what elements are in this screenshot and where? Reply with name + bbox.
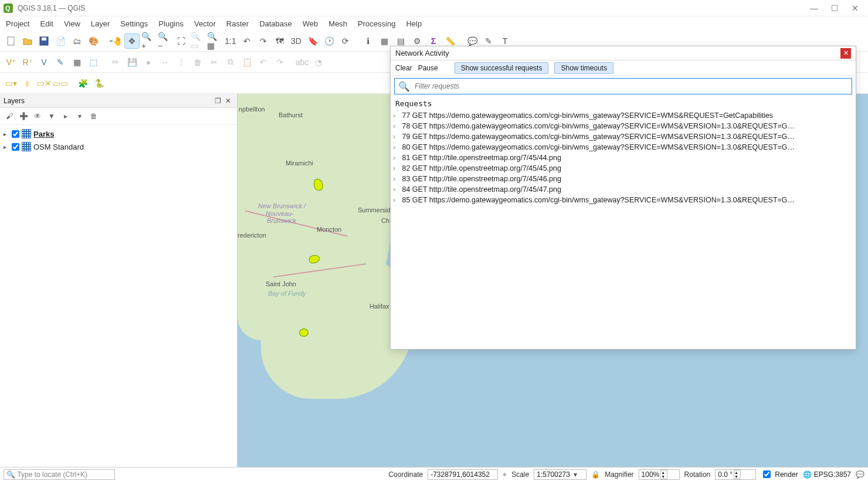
request-row[interactable]: › 78 GET https://demo.gatewaygeomatics.c… bbox=[393, 121, 853, 131]
pause-button[interactable]: Pause bbox=[418, 64, 438, 72]
diagram-icon[interactable]: ◔ bbox=[311, 55, 326, 70]
show-layout-manager-icon[interactable]: 🗂 bbox=[69, 33, 84, 49]
new-virtual-icon[interactable]: ⬚ bbox=[86, 55, 101, 70]
request-row[interactable]: › 85 GET https://demo.gatewaygeomatics.c… bbox=[393, 195, 853, 205]
visibility-icon[interactable]: 👁 bbox=[32, 110, 43, 122]
save-project-icon[interactable] bbox=[36, 33, 52, 49]
delete-selected-icon[interactable]: 🗑 bbox=[190, 55, 205, 70]
menu-view[interactable]: View bbox=[64, 19, 80, 28]
chevron-right-icon[interactable]: › bbox=[393, 131, 400, 142]
refresh-icon[interactable]: ⟳ bbox=[338, 33, 353, 49]
request-row[interactable]: › 82 GET http://tile.openstreetmap.org/7… bbox=[393, 163, 853, 174]
chevron-right-icon[interactable]: › bbox=[393, 174, 400, 184]
close-panel-icon[interactable]: ✕ bbox=[223, 97, 233, 105]
toggle-edit-icon[interactable]: ✏ bbox=[108, 55, 123, 70]
move-feature-icon[interactable]: ↔ bbox=[157, 55, 172, 70]
magnifier-field[interactable]: 100%▲▼ bbox=[639, 469, 680, 480]
render-checkbox[interactable]: Render bbox=[761, 469, 798, 480]
plugin-2-icon[interactable]: 🐍 bbox=[91, 76, 107, 91]
crs-button[interactable]: 🌐EPSG:3857 bbox=[803, 470, 851, 479]
network-close-icon[interactable]: ✕ bbox=[840, 48, 851, 59]
label-icon[interactable]: abc bbox=[294, 55, 310, 70]
node-tool-icon[interactable]: ⋮ bbox=[174, 55, 189, 70]
filter-input[interactable] bbox=[413, 82, 848, 91]
new-project-icon[interactable] bbox=[4, 33, 19, 49]
minimize-icon[interactable]: — bbox=[810, 4, 818, 13]
plugin-1-icon[interactable]: 🧩 bbox=[75, 76, 90, 91]
open-project-icon[interactable] bbox=[20, 33, 35, 49]
network-panel-header[interactable]: Network Activity ✕ bbox=[391, 46, 856, 60]
coord-field[interactable]: -7328791,6014352 bbox=[428, 469, 498, 480]
paste-icon[interactable]: 📋 bbox=[239, 55, 255, 70]
pan-to-selection-icon[interactable]: ✥ bbox=[124, 33, 140, 49]
select-feature-icon[interactable]: ▭▾ bbox=[4, 76, 19, 91]
temporal-icon[interactable]: 🕑 bbox=[321, 33, 337, 49]
menu-project[interactable]: Project bbox=[6, 19, 29, 28]
add-group-icon[interactable]: ➕ bbox=[18, 110, 29, 122]
chevron-right-icon[interactable]: › bbox=[393, 195, 400, 205]
chevron-right-icon[interactable]: ▸ bbox=[4, 131, 9, 137]
collapse-all-icon[interactable]: ▾ bbox=[74, 110, 86, 122]
messages-icon[interactable]: 💬 bbox=[856, 470, 864, 479]
chevron-right-icon[interactable]: › bbox=[393, 110, 400, 121]
chevron-right-icon[interactable]: › bbox=[393, 121, 400, 131]
chevron-right-icon[interactable]: › bbox=[393, 153, 400, 163]
filter-legend-icon[interactable]: ▼ bbox=[46, 110, 57, 122]
rotation-field[interactable]: 0.0 °▲▼ bbox=[715, 469, 756, 480]
select-all-icon[interactable]: ▭▭ bbox=[53, 76, 68, 91]
show-timeouts-toggle[interactable]: Show timeouts bbox=[554, 62, 613, 74]
maximize-icon[interactable]: ☐ bbox=[831, 4, 839, 13]
new-shapefile-icon[interactable]: V bbox=[36, 55, 52, 70]
redo-icon[interactable]: ↷ bbox=[272, 55, 287, 70]
style-manager-icon[interactable]: 🎨 bbox=[86, 33, 101, 49]
locator-input[interactable]: 🔍 Type to locate (Ctrl+K) bbox=[4, 469, 115, 480]
request-row[interactable]: › 84 GET http://tile.openstreetmap.org/7… bbox=[393, 184, 853, 195]
add-vector-icon[interactable]: V⁺ bbox=[4, 55, 19, 70]
zoom-out-icon[interactable]: 🔍− bbox=[157, 33, 172, 49]
layer-item[interactable]: ▸OSM Standard bbox=[4, 140, 233, 153]
undock-icon[interactable]: ❐ bbox=[212, 97, 223, 105]
identify-icon[interactable]: ℹ bbox=[360, 33, 375, 49]
layer-visibility-checkbox[interactable] bbox=[12, 143, 19, 151]
clear-button[interactable]: Clear bbox=[395, 64, 412, 72]
layer-item[interactable]: ▸Parks bbox=[4, 127, 233, 140]
zoom-native-icon[interactable]: 1:1 bbox=[223, 33, 238, 49]
layer-visibility-checkbox[interactable] bbox=[12, 130, 19, 138]
menu-web[interactable]: Web bbox=[303, 19, 318, 28]
chevron-right-icon[interactable]: ▸ bbox=[4, 144, 9, 150]
menu-mesh[interactable]: Mesh bbox=[328, 19, 347, 28]
new-geopackage-icon[interactable]: ▦ bbox=[69, 55, 84, 70]
scale-field[interactable]: 1:5700273 bbox=[534, 469, 586, 480]
request-row[interactable]: › 81 GET http://tile.openstreetmap.org/7… bbox=[393, 153, 853, 163]
zoom-selection-icon[interactable]: 🔍▭ bbox=[190, 33, 205, 49]
menu-raster[interactable]: Raster bbox=[226, 19, 249, 28]
menu-layer[interactable]: Layer bbox=[91, 19, 110, 28]
zoom-in-icon[interactable]: 🔍+ bbox=[141, 33, 156, 49]
new-spatialite-icon[interactable]: ✎ bbox=[53, 55, 68, 70]
menu-help[interactable]: Help bbox=[406, 19, 422, 28]
chevron-right-icon[interactable]: › bbox=[393, 142, 400, 153]
lock-icon[interactable]: 🔒 bbox=[591, 470, 600, 479]
menu-settings[interactable]: Settings bbox=[120, 19, 148, 28]
new-3d-view-icon[interactable]: 3D bbox=[289, 33, 304, 49]
menu-processing[interactable]: Processing bbox=[358, 19, 395, 28]
undo-icon[interactable]: ↶ bbox=[256, 55, 271, 70]
chevron-right-icon[interactable]: › bbox=[393, 184, 400, 195]
request-row[interactable]: › 80 GET https://demo.gatewaygeomatics.c… bbox=[393, 142, 853, 153]
save-edits-icon[interactable]: 💾 bbox=[124, 55, 140, 70]
cut-icon[interactable]: ✂ bbox=[206, 55, 222, 70]
zoom-layer-icon[interactable]: 🔍▦ bbox=[206, 33, 222, 49]
pan-icon[interactable]: 🤚 bbox=[108, 33, 123, 49]
add-feature-icon[interactable]: ● bbox=[141, 55, 156, 70]
close-icon[interactable]: ✕ bbox=[852, 4, 859, 13]
request-row[interactable]: › 83 GET http://tile.openstreetmap.org/7… bbox=[393, 174, 853, 184]
show-successful-toggle[interactable]: Show successful requests bbox=[455, 62, 549, 74]
chevron-right-icon[interactable]: › bbox=[393, 163, 400, 174]
copy-icon[interactable]: ⧉ bbox=[223, 55, 238, 70]
new-print-layout-icon[interactable]: 📄 bbox=[53, 33, 68, 49]
new-map-view-icon[interactable]: 🗺 bbox=[272, 33, 287, 49]
menu-plugins[interactable]: Plugins bbox=[158, 19, 184, 28]
zoom-next-icon[interactable]: ↷ bbox=[256, 33, 271, 49]
deselect-icon[interactable]: ▭✕ bbox=[36, 76, 52, 91]
zoom-last-icon[interactable]: ↶ bbox=[239, 33, 255, 49]
